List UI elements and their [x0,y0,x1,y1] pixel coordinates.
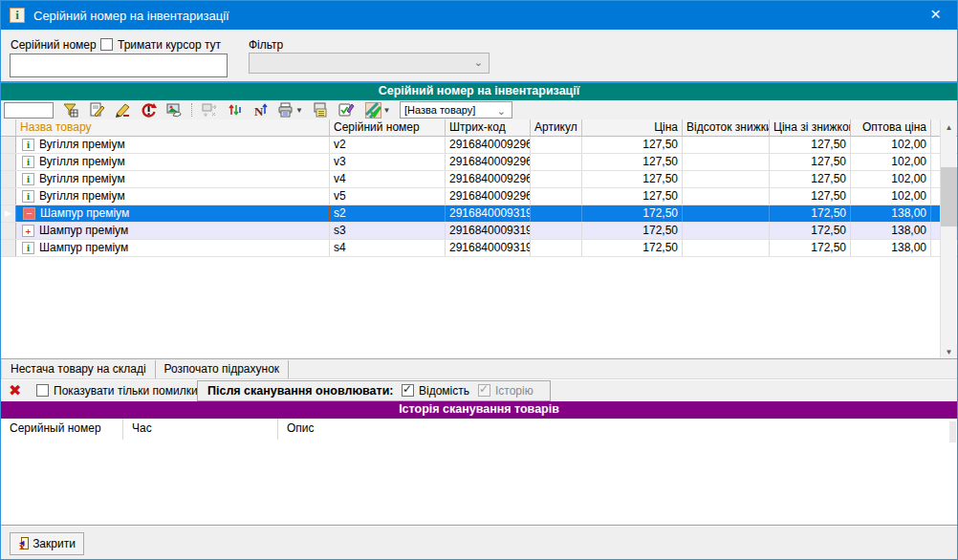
vidomist-label[interactable]: Відомість [419,384,469,398]
history-column-description[interactable]: Опис [278,419,957,440]
column-header-price[interactable]: Ціна [582,119,683,136]
status-info-icon: i [22,190,34,203]
close-button-label: Закрити [33,537,76,550]
product-name: Вугілля преміум [39,137,125,153]
svg-text:N: N [254,104,264,118]
product-name: Вугілля преміум [39,154,125,170]
history-scrollbar[interactable] [949,421,956,442]
status-plus-icon: + [22,225,34,237]
show-errors-label[interactable]: Показувати тільки помилки [54,384,198,398]
quick-search-input[interactable] [4,102,54,118]
column-header-barcode[interactable]: Штрих-код [446,119,531,136]
app-info-icon: i [10,8,25,23]
row-indicator [1,171,16,187]
status-info-icon: i [22,139,34,151]
product-name: Вугілля преміум [39,171,125,187]
status-info-icon: i [22,242,34,254]
history-header-row: Серийный номер Час Опис [1,419,957,440]
status-minus-icon: − [23,207,35,220]
column-header-article[interactable]: Артикул [531,119,582,136]
name-cell: −Шампур преміум [16,205,330,222]
table-row[interactable]: iВугілля преміумv52916840009296127,50127… [1,188,957,205]
product-name: Вугілля преміум [39,188,125,205]
tab-count-started[interactable]: Розпочато підрахунок [156,360,290,378]
inventory-grid: Назва товару Серійний номер Штрих-код Ар… [1,119,957,360]
grid-scrollbar[interactable]: ▲ ▼ [940,119,956,360]
column-header-discounted-price[interactable]: Ціна зі знижкою [770,119,851,136]
edit-document-icon[interactable] [88,101,105,118]
status-tabs: Нестача товару на складі Розпочато підра… [1,360,957,379]
filter-label: Фільтр [249,38,283,52]
istoriyu-label: Історію [495,384,533,398]
table-row[interactable]: iШампур преміумs42916840009319172,50172,… [1,240,957,257]
refresh-warning-icon[interactable] [140,101,157,118]
name-cell: iВугілля преміум [16,188,330,205]
dialog-window: i Серійний номер на інвентаризації × Сер… [0,0,958,560]
window-title: Серійний номер на інвентаризації [33,9,229,23]
istoriyu-checkbox [478,384,490,397]
print-icon[interactable]: ▼ [278,101,303,118]
table-body: iВугілля преміумv22916840009296127,50127… [1,137,957,257]
close-icon[interactable]: × [914,1,957,30]
reorder-arrows-icon[interactable] [227,101,244,118]
delete-icon[interactable]: ✖ [9,381,21,399]
scrollbar-thumb[interactable] [941,167,957,226]
column-selector-value: [Назва товару] [404,104,475,116]
scroll-up-icon[interactable]: ▲ [941,119,957,136]
keep-cursor-checkbox[interactable] [100,38,113,51]
grid-section-header: Серійний номер на інвентаризації [1,81,957,100]
chevron-down-icon: ▼ [295,106,303,115]
history-section-header: Історія сканування товарів [1,401,957,419]
vidomist-checkbox[interactable] [402,384,414,397]
table-row[interactable]: iВугілля преміумv32916840009296127,50127… [1,154,957,171]
status-info-icon: i [22,156,34,168]
filter-apply-icon[interactable]: ▼ [363,101,392,118]
product-name: Шампур преміум [39,240,128,256]
show-errors-checkbox[interactable] [36,384,49,397]
table-row[interactable]: iВугілля преміумv22916840009296127,50127… [1,137,957,154]
annotate-icon[interactable] [114,101,131,118]
history-column-serial[interactable]: Серийный номер [1,419,123,440]
row-indicator [1,137,16,153]
product-name: Шампур преміум [39,223,128,239]
exit-door-icon: ◄✕ [18,537,30,551]
table-row[interactable]: iВугілля преміумv42916840009296127,50127… [1,171,957,188]
tab-shortage[interactable]: Нестача товару на складі [1,360,156,378]
scan-controls: ✖ Показувати тільки помилки Після сканув… [1,380,957,401]
table-row[interactable]: ▶−Шампур преміумs22916840009319172,50172… [1,205,957,223]
top-panel: Серійний номер Тримати курсор тут Фільтр… [1,30,957,81]
column-selector-dropdown[interactable]: [Назва товару] ⌄ [400,101,512,118]
history-column-time[interactable]: Час [123,419,278,440]
column-header-name[interactable]: Назва товару [16,119,330,136]
column-header-discount[interactable]: Відсоток знижки [683,119,770,136]
filter-dropdown[interactable]: ⌄ [249,53,490,74]
name-cell: iВугілля преміум [16,171,330,187]
history-list [1,440,957,525]
name-cell: +Шампур преміум [16,223,330,239]
serial-number-label: Серійний номер [11,38,97,52]
row-indicator [1,188,16,205]
numeric-sort-icon[interactable]: N [252,101,270,118]
chevron-down-icon: ⌄ [474,56,483,69]
column-header-serial[interactable]: Серійний номер [330,119,446,136]
column-header-wholesale[interactable]: Оптова ціна [851,119,931,136]
table-row[interactable]: +Шампур преміумs32916840009319172,50172,… [1,223,957,240]
grid-toolbar: N ▼ ▼ [Назва товару] ⌄ [1,100,957,119]
grid-header-row: Назва товару Серійний номер Штрих-код Ар… [1,119,957,137]
footer-bar: ◄✕ Закрити [1,527,957,559]
close-dialog-button[interactable]: ◄✕ Закрити [10,532,84,555]
grid-corner-cell [1,119,16,136]
serial-number-input[interactable] [10,54,228,77]
chevron-down-icon: ▼ [383,106,391,115]
filter-icon[interactable] [62,101,79,118]
name-cell: iШампур преміум [16,240,330,256]
row-indicator [1,223,16,239]
move-copy-icon[interactable] [201,101,218,118]
print-page-icon[interactable] [312,101,329,118]
row-indicator [1,240,16,256]
image-icon[interactable] [165,101,183,118]
edit-check-icon[interactable] [337,101,355,118]
chevron-down-icon: ⌄ [497,103,506,118]
title-bar: i Серійний номер на інвентаризації × [1,1,957,30]
keep-cursor-label[interactable]: Тримати курсор тут [118,38,221,52]
